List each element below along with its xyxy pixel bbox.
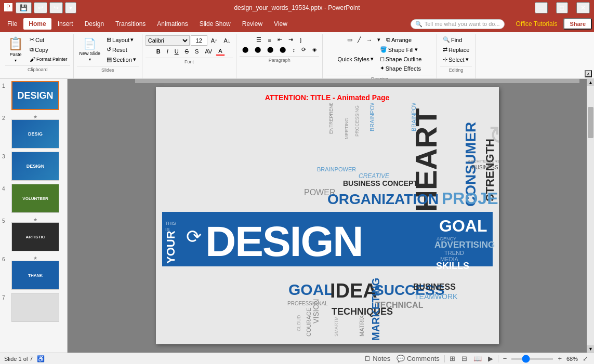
shape-arrow-button[interactable]: → [364, 36, 374, 44]
drawing-shapes-row: ▭ ╱ → ▾ ⧉ Arrange [345, 35, 414, 44]
menu-review[interactable]: Review [237, 18, 268, 30]
editing-label: Editing [440, 66, 472, 73]
comments-button[interactable]: 💬 Comments [395, 354, 441, 363]
cut-button[interactable]: ✂ Cut [27, 35, 70, 44]
font-size-input[interactable] [191, 35, 207, 46]
menu-slideshow[interactable]: Slide Show [194, 18, 236, 30]
slide-image-7[interactable] [11, 293, 59, 322]
decrease-indent-button[interactable]: ⇤ [275, 35, 285, 44]
decrease-font-button[interactable]: A↓ [221, 36, 233, 45]
svg-text:BRAINPOWER: BRAINPOWER [317, 166, 356, 172]
char-spacing-button[interactable]: AV [202, 47, 215, 56]
underline-button[interactable]: U [172, 47, 181, 56]
slide-image-1[interactable]: DESIGN [11, 81, 59, 110]
menu-view[interactable]: View [269, 18, 293, 30]
close-button[interactable]: ✕ [576, 2, 590, 14]
section-button[interactable]: ▤ Section ▾ [104, 55, 139, 64]
slide-thumb-1[interactable]: 1 DESIGN [2, 81, 65, 110]
quick-styles-button[interactable]: Quick Styles ▾ [335, 55, 376, 63]
svg-text:YOUR: YOUR [164, 231, 177, 264]
zoom-slider[interactable] [511, 358, 553, 360]
office-tutorials-link[interactable]: Office Tutorials [511, 18, 563, 30]
collapse-ribbon-button[interactable]: ∧ [585, 70, 592, 77]
zoom-out-button[interactable]: − [501, 354, 509, 363]
find-button[interactable]: 🔍 Find [440, 35, 472, 44]
layout-button[interactable]: ⊞ Layout ▾ [104, 35, 139, 44]
scroll-up-button[interactable]: ▲ [587, 79, 594, 86]
share-button[interactable]: Share [563, 18, 592, 30]
replace-button[interactable]: ⇄ Replace [440, 45, 472, 54]
menu-file[interactable]: File [2, 18, 22, 30]
slide-image-5[interactable]: ARTISTIC [11, 222, 59, 251]
menu-transitions[interactable]: Transitions [110, 18, 151, 30]
menu-animations[interactable]: Animations [152, 18, 193, 30]
copy-button[interactable]: ⧉ Copy [27, 45, 70, 54]
minimize-button[interactable]: ─ [535, 2, 548, 14]
bullets-button[interactable]: ☰ [254, 35, 264, 44]
slideshow-button[interactable]: ▶ [486, 354, 495, 363]
text-direction-button[interactable]: ⟳ [299, 45, 309, 54]
zoom-in-button[interactable]: + [556, 354, 563, 363]
slide-thumb-4[interactable]: 4 VOLUNTEER [2, 184, 65, 213]
shape-fill-button[interactable]: 🪣 Shape Fill ▾ [377, 45, 425, 54]
shape-line-button[interactable]: ╱ [355, 35, 363, 44]
tell-me-box[interactable]: 🔍 Tell me what you want to do... [411, 19, 505, 29]
align-center-button[interactable]: ⬤ [252, 45, 263, 54]
increase-font-button[interactable]: A↑ [208, 36, 220, 45]
menu-design[interactable]: Design [80, 18, 109, 30]
slide-image-2[interactable]: DESIG [11, 119, 59, 149]
columns-button[interactable]: ⫿ [297, 36, 305, 44]
save-button[interactable]: 💾 [16, 2, 32, 14]
font-name-select[interactable]: Calibri [146, 35, 190, 46]
undo-button[interactable]: ↩ [34, 2, 47, 14]
align-right-button[interactable]: ⬤ [265, 45, 276, 54]
reset-button[interactable]: ↺ Reset [104, 45, 139, 54]
customize-button[interactable]: ▾ [65, 2, 76, 14]
slide-thumb-6[interactable]: 6 ★ THANK [2, 254, 65, 290]
notes-button[interactable]: 🗒 Notes [363, 354, 392, 363]
bold-button[interactable]: B [154, 47, 163, 56]
shape-outline-button[interactable]: ◻ Shape Outline [377, 55, 425, 63]
paste-button[interactable]: 📋 Paste ▾ [5, 36, 26, 63]
format-painter-button[interactable]: 🖌 Format Painter [27, 55, 70, 63]
shape-more-button[interactable]: ▾ [375, 35, 382, 44]
slide-thumb-5[interactable]: 5 ★ ARTISTIC [2, 216, 65, 251]
redo-button[interactable]: ↪ [49, 2, 63, 14]
normal-view-button[interactable]: ⊞ [448, 354, 457, 363]
menu-home[interactable]: Home [23, 18, 51, 30]
restore-button[interactable]: □ [556, 2, 568, 14]
justify-button[interactable]: ⬤ [277, 45, 288, 54]
shadow-button[interactable]: S [192, 47, 201, 56]
italic-button[interactable]: I [164, 47, 171, 56]
menu-insert[interactable]: Insert [52, 18, 78, 30]
line-spacing-button[interactable]: ↕ [289, 46, 298, 54]
shape-effects-button[interactable]: ✦ Shape Effects [377, 64, 425, 73]
new-slide-dropdown[interactable]: ▾ [89, 57, 91, 62]
new-slide-button[interactable]: 📄 New Slide ▾ [77, 36, 103, 63]
slide-canvas[interactable]: ATTENTION: TITLE - Animated Page ENTREPR… [156, 87, 499, 344]
reading-view-button[interactable]: 📖 [472, 354, 483, 363]
slide-sorter-button[interactable]: ⊟ [460, 354, 469, 363]
slide-thumb-7[interactable]: 7 [2, 293, 65, 322]
shape-rect-button[interactable]: ▭ [345, 35, 354, 44]
increase-indent-button[interactable]: ⇥ [286, 35, 296, 44]
fit-slide-button[interactable]: ⤢ [581, 354, 590, 363]
scroll-down-button[interactable]: ▼ [587, 345, 594, 353]
slide-thumb-3[interactable]: 3 DESIGN [2, 152, 65, 181]
svg-text:↻: ↻ [489, 121, 499, 150]
convert-smartart-button[interactable]: ◈ [310, 45, 319, 54]
paste-dropdown-icon[interactable]: ▾ [15, 58, 17, 63]
font-color-button[interactable]: A [216, 47, 225, 56]
arrange-button[interactable]: ⧉ Arrange [384, 35, 414, 44]
select-button[interactable]: ⊹ Select ▾ [440, 55, 472, 64]
numbering-button[interactable]: ≡ [265, 36, 273, 44]
slide-image-6[interactable]: THANK [11, 261, 59, 290]
strikethrough-button[interactable]: S [182, 47, 191, 56]
slide-number-5: 5 [2, 216, 9, 224]
slide-thumb-2[interactable]: 2 ★ DESIG [2, 113, 65, 149]
scroll-thumb[interactable] [588, 107, 593, 138]
slide-image-3[interactable]: DESIGN [11, 152, 59, 181]
slide-image-4[interactable]: VOLUNTEER [11, 184, 59, 213]
align-left-button[interactable]: ⬤ [240, 45, 251, 54]
right-scrollbar[interactable]: ▲ ▼ [587, 79, 594, 353]
